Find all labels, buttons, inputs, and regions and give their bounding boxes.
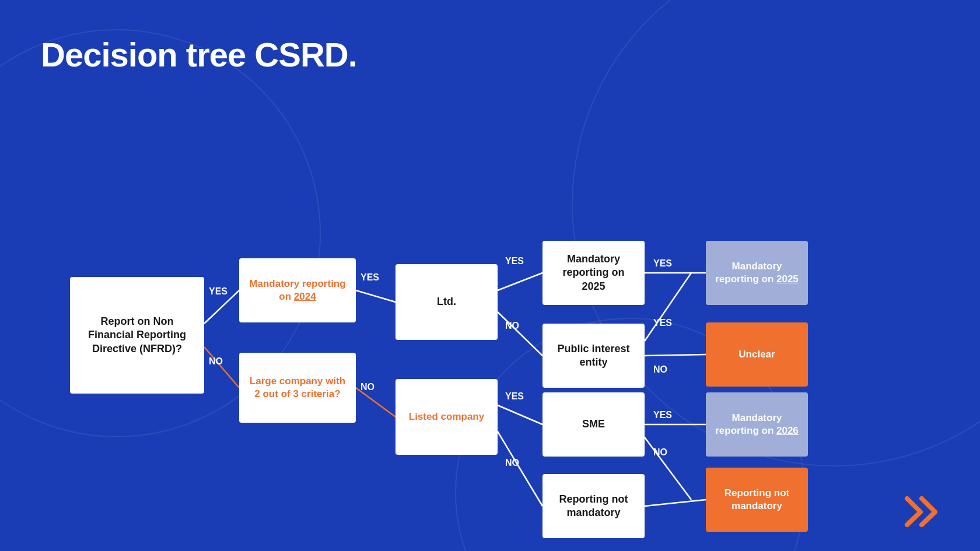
node-public-interest-label: Public interest entity (551, 342, 636, 370)
node-reporting-not-mandatory-final: Reporting not mandatory (706, 468, 808, 532)
label-sme-yes: YES (653, 410, 672, 420)
node-nfrd-label: Report on Non Financial Reporting Direct… (78, 315, 196, 356)
label-listed-yes: YES (505, 391, 524, 402)
node-ltd-label: Ltd. (437, 295, 456, 308)
label-nfrd-no: NO (209, 356, 223, 367)
label-sme-no: NO (653, 447, 667, 458)
svg-line-12 (645, 273, 691, 341)
node-mandatory-2025-top-label: Mandatory reporting on 2025 (551, 252, 636, 293)
label-ltd-yes: YES (505, 256, 524, 266)
svg-line-9 (645, 355, 706, 356)
svg-line-5 (498, 312, 542, 356)
node-mandatory-2026-final: Mandatory reporting on 2026 (706, 392, 808, 457)
node-unclear: Unclear (706, 322, 808, 387)
label-listed-no: NO (505, 458, 519, 468)
node-reporting-not-mandatory: Reporting not mandatory (542, 474, 645, 538)
node-mandatory-2024: Mandatory reporting on 2024 (239, 258, 356, 322)
svg-line-1 (204, 347, 239, 388)
node-mandatory-2025-final: Mandatory reporting on 2025 (706, 241, 808, 305)
decision-tree: YES NO YES NO YES NO YES NO YES YES NO Y… (35, 114, 945, 534)
node-sme-label: SME (582, 417, 605, 431)
svg-line-7 (498, 431, 542, 506)
node-nfrd: Report on Non Financial Reporting Direct… (70, 277, 204, 394)
node-listed-label: Listed company (409, 410, 484, 423)
label-m2025-yes: YES (653, 258, 672, 269)
logo (904, 496, 945, 534)
label-ltd-no: NO (505, 321, 519, 331)
page-title: Decision tree CSRD. (41, 35, 357, 74)
node-listed: Listed company (396, 379, 498, 455)
node-mandatory-2024-label: Mandatory reporting on 2024 (247, 278, 348, 303)
label-m2024-yes: YES (360, 272, 379, 283)
svg-line-2 (356, 290, 396, 302)
node-mandatory-2026-final-label: Mandatory reporting on 2026 (714, 412, 800, 437)
node-mandatory-2025-top: Mandatory reporting on 2025 (542, 241, 645, 305)
label-pi-no: NO (653, 364, 667, 375)
node-mandatory-2025-final-label: Mandatory reporting on 2025 (714, 260, 800, 286)
node-reporting-not-mandatory-final-label: Reporting not mandatory (714, 487, 800, 513)
svg-line-6 (498, 405, 542, 424)
label-pi-yes: YES (653, 318, 672, 328)
svg-line-4 (498, 273, 542, 290)
label-large-no: NO (360, 382, 374, 392)
node-sme: SME (542, 392, 645, 457)
node-public-interest: Public interest entity (542, 324, 645, 388)
node-reporting-not-mandatory-label: Reporting not mandatory (551, 493, 636, 520)
node-ltd: Ltd. (396, 264, 498, 340)
svg-line-11 (645, 500, 706, 506)
node-large-company-label: Large company with 2 out of 3 criteria? (247, 375, 348, 401)
label-nfrd-yes: YES (209, 286, 228, 297)
node-unclear-label: Unclear (738, 348, 775, 361)
node-large-company: Large company with 2 out of 3 criteria? (239, 353, 356, 423)
svg-line-13 (645, 437, 691, 500)
